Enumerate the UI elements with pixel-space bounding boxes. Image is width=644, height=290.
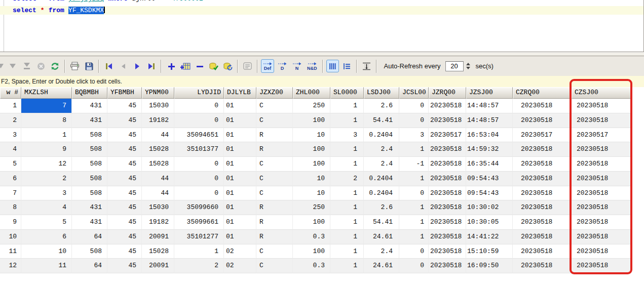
- table-cell[interactable]: 35099660: [174, 200, 224, 215]
- table-cell[interactable]: 1: [21, 128, 72, 143]
- clipped-toolbar-icon[interactable]: [0, 60, 5, 72]
- filter-def-button[interactable]: Def: [261, 59, 274, 73]
- table-cell[interactable]: 14:48:57: [466, 113, 513, 128]
- table-cell[interactable]: 02: [224, 244, 256, 259]
- table-cell[interactable]: 0: [399, 113, 429, 128]
- table-cell[interactable]: 508: [72, 186, 107, 201]
- table-cell[interactable]: 20230518: [429, 259, 466, 273]
- column-header-jcsl00[interactable]: JCSL00: [399, 87, 429, 99]
- table-cell[interactable]: 431: [72, 200, 107, 215]
- table-cell[interactable]: 1: [330, 215, 364, 230]
- table-cell[interactable]: C: [256, 99, 293, 113]
- table-cell[interactable]: 10: [293, 186, 330, 201]
- table-cell[interactable]: 10:30:02: [466, 200, 513, 215]
- table-cell[interactable]: 01: [224, 128, 256, 143]
- table-cell[interactable]: 1: [399, 142, 429, 157]
- table-cell[interactable]: 20230518: [572, 157, 631, 172]
- table-cell[interactable]: 15030: [142, 200, 174, 215]
- table-cell[interactable]: 508: [72, 244, 107, 259]
- table-cell[interactable]: 20230518: [429, 186, 466, 201]
- table-cell[interactable]: 20230518: [429, 200, 466, 215]
- column-header-djlylb[interactable]: DJLYLB: [224, 87, 256, 99]
- delete-record-button[interactable]: [193, 60, 206, 72]
- last-record-button[interactable]: [145, 60, 158, 72]
- table-cell[interactable]: R: [256, 215, 293, 230]
- table-cell[interactable]: 2: [21, 172, 72, 186]
- column-header-ypnm00[interactable]: YPNM00: [142, 87, 174, 99]
- column-header-jzsj00[interactable]: JZSJ00: [466, 87, 513, 99]
- table-cell[interactable]: 508: [72, 157, 107, 172]
- table-cell[interactable]: 431: [72, 99, 107, 113]
- table-cell[interactable]: 2.6: [364, 99, 399, 113]
- table-cell[interactable]: 01: [224, 142, 256, 157]
- table-cell[interactable]: R: [256, 200, 293, 215]
- table-cell[interactable]: 2: [174, 259, 224, 273]
- column-header-czrq00[interactable]: CZRQ00: [513, 87, 572, 99]
- table-cell[interactable]: 20230518: [572, 186, 631, 201]
- table-cell[interactable]: 20230518: [513, 200, 572, 215]
- table-cell[interactable]: 9: [21, 142, 72, 157]
- table-cell[interactable]: 1: [174, 244, 224, 259]
- table-cell[interactable]: 01: [224, 99, 256, 113]
- column-header-lydjid[interactable]: LYDJID: [174, 87, 224, 99]
- table-cell[interactable]: 0: [174, 113, 224, 128]
- fit-row-height-button[interactable]: [360, 60, 373, 72]
- table-cell[interactable]: 8: [0, 200, 21, 215]
- table-cell[interactable]: 7: [21, 99, 72, 113]
- column-header-yfbmbh[interactable]: YFBMBH: [107, 87, 142, 99]
- table-cell[interactable]: 20230518: [429, 142, 466, 157]
- table-cell[interactable]: 20230518: [513, 259, 572, 273]
- table-cell[interactable]: 09:54:43: [466, 186, 513, 201]
- table-cell[interactable]: 100: [293, 215, 330, 230]
- table-cell[interactable]: 01: [224, 200, 256, 215]
- table-cell[interactable]: 20230518: [429, 215, 466, 230]
- table-cell[interactable]: 35099661: [174, 215, 224, 230]
- filter-nd-button[interactable]: N&D: [305, 59, 319, 73]
- table-cell[interactable]: 20230518: [513, 157, 572, 172]
- table-cell[interactable]: 45: [107, 128, 142, 143]
- table-cell[interactable]: 35094651: [174, 128, 224, 143]
- table-cell[interactable]: 16:09:50: [466, 259, 513, 273]
- next-record-button[interactable]: [131, 60, 143, 72]
- table-cell[interactable]: 45: [107, 157, 142, 172]
- table-cell[interactable]: 1: [399, 200, 429, 215]
- table-cell[interactable]: 45: [107, 99, 142, 113]
- table-cell[interactable]: 45: [107, 142, 142, 157]
- table-cell[interactable]: 45: [107, 215, 142, 230]
- table-cell[interactable]: 20230518: [572, 99, 631, 113]
- spin-up-arrow[interactable]: [466, 63, 470, 65]
- table-cell[interactable]: 5: [21, 215, 72, 230]
- table-cell[interactable]: 01: [224, 230, 256, 244]
- table-cell[interactable]: 15028: [142, 244, 174, 259]
- table-cell[interactable]: C: [256, 186, 293, 201]
- table-cell[interactable]: 15028: [142, 157, 174, 172]
- table-cell[interactable]: 01: [224, 186, 256, 201]
- sql-current-line[interactable]: select*fromYF_KSDKMX: [0, 6, 643, 15]
- table-cell[interactable]: 20230518: [429, 157, 466, 172]
- auto-refresh-interval-input[interactable]: 20: [445, 61, 464, 71]
- table-cell[interactable]: 5: [0, 157, 21, 172]
- table-cell[interactable]: 0.2404: [364, 186, 399, 201]
- table-cell[interactable]: 2.4: [364, 244, 399, 259]
- table-cell[interactable]: 0: [399, 259, 429, 273]
- table-cell[interactable]: 100: [293, 113, 330, 128]
- table-cell[interactable]: 1: [399, 215, 429, 230]
- table-cell[interactable]: 508: [72, 128, 107, 143]
- table-cell[interactable]: 1: [330, 157, 364, 172]
- table-cell[interactable]: 0.3: [293, 230, 330, 244]
- table-cell[interactable]: 14:59:32: [466, 142, 513, 157]
- table-cell[interactable]: 1: [330, 186, 364, 201]
- column-header-mxzlsh[interactable]: MXZLSH: [21, 87, 72, 99]
- table-cell[interactable]: 431: [72, 215, 107, 230]
- column-header-lsdj00[interactable]: LSDJ00: [364, 87, 399, 99]
- table-cell[interactable]: 14:48:57: [466, 99, 513, 113]
- table-cell[interactable]: 15028: [142, 142, 174, 157]
- table-cell[interactable]: 20230518: [572, 259, 631, 273]
- table-cell[interactable]: 20230518: [572, 172, 631, 186]
- cancel-button[interactable]: [34, 60, 47, 72]
- table-cell[interactable]: 35101377: [174, 142, 224, 157]
- filter-n-button[interactable]: N: [290, 59, 304, 73]
- table-cell[interactable]: 45: [107, 113, 142, 128]
- table-cell[interactable]: -1: [399, 157, 429, 172]
- table-cell[interactable]: 20230518: [513, 142, 572, 157]
